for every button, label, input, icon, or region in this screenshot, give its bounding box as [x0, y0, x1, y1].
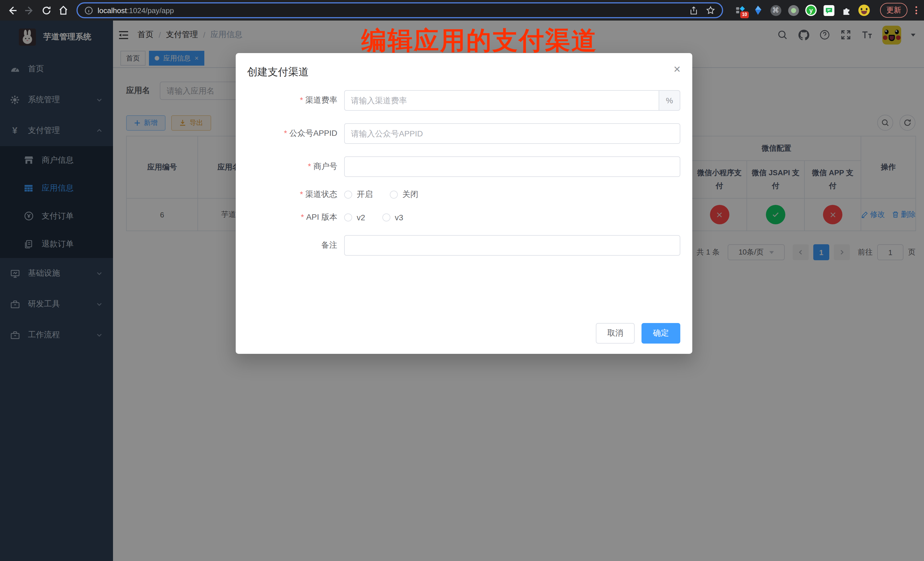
annotation-text: 编辑应用的支付渠道 [361, 28, 597, 53]
create-pay-channel-dialog: 创建支付渠道 ✕ 渠道费率 % 公众号APPID 商户号 [236, 53, 692, 354]
radio-api-v2[interactable]: v2 [344, 213, 365, 222]
address-bar[interactable]: localhost:1024/pay/app [76, 2, 723, 18]
percent-suffix: % [658, 90, 680, 111]
field-api-version: API 版本 v2 v3 [236, 212, 692, 223]
field-channel-fee-rate: 渠道费率 % [236, 90, 692, 111]
ext-record-icon[interactable] [788, 4, 799, 16]
cancel-button[interactable]: 取消 [596, 323, 634, 344]
ext-kite-icon[interactable] [752, 4, 764, 16]
share-icon[interactable] [689, 6, 698, 15]
screen: localhost:1024/pay/app 10 ⌘ y [0, 0, 924, 561]
ext-puzzle-icon[interactable] [841, 4, 852, 16]
browser-back-button[interactable] [6, 4, 18, 16]
url-text: localhost:1024/pay/app [98, 6, 174, 15]
ext-emoji-icon[interactable] [858, 4, 870, 16]
field-label: 渠道状态 [236, 189, 344, 200]
confirm-button[interactable]: 确定 [642, 323, 680, 344]
field-label: 商户号 [236, 162, 344, 172]
ext-grid-diamond-icon[interactable]: 10 [735, 4, 746, 16]
browser-home-button[interactable] [57, 4, 70, 16]
field-channel-status: 渠道状态 开启 关闭 [236, 189, 692, 200]
radio-circle-icon [382, 213, 390, 221]
site-info-icon[interactable] [84, 6, 93, 15]
field-remark: 备注 [236, 235, 692, 256]
app-page: 芋道管理系统 首页 系统管理 ¥ 支付管理 [0, 21, 924, 561]
merchant-no-input[interactable] [344, 156, 680, 177]
radio-circle-icon [344, 190, 352, 199]
browser-chrome: localhost:1024/pay/app 10 ⌘ y [0, 0, 924, 21]
channel-fee-rate-input[interactable] [344, 90, 659, 111]
dialog-title: 创建支付渠道 [247, 65, 309, 79]
field-label: 备注 [236, 240, 344, 250]
radio-status-closed[interactable]: 关闭 [390, 189, 418, 200]
official-account-appid-input[interactable] [344, 123, 680, 144]
remark-input[interactable] [344, 235, 680, 256]
field-merchant-no: 商户号 [236, 156, 692, 177]
field-official-account-appid: 公众号APPID [236, 123, 692, 144]
ext-command-icon[interactable]: ⌘ [770, 4, 782, 16]
browser-forward-button[interactable] [23, 4, 35, 16]
field-label: 渠道费率 [236, 95, 344, 106]
ext-y-green-icon[interactable]: y [805, 4, 817, 16]
browser-update-button[interactable]: 更新 [880, 3, 908, 18]
field-label: 公众号APPID [236, 128, 344, 139]
radio-status-open[interactable]: 开启 [344, 189, 373, 200]
ext-badge: 10 [740, 11, 749, 18]
ext-chat-icon[interactable] [823, 4, 834, 16]
browser-reload-button[interactable] [40, 4, 52, 16]
radio-circle-icon [390, 190, 398, 199]
radio-api-v3[interactable]: v3 [382, 213, 404, 222]
bookmark-star-icon[interactable] [706, 6, 715, 15]
browser-menu-icon[interactable] [915, 6, 917, 14]
radio-circle-icon [344, 213, 352, 221]
dialog-close-icon[interactable]: ✕ [673, 65, 681, 74]
field-label: API 版本 [236, 212, 344, 223]
